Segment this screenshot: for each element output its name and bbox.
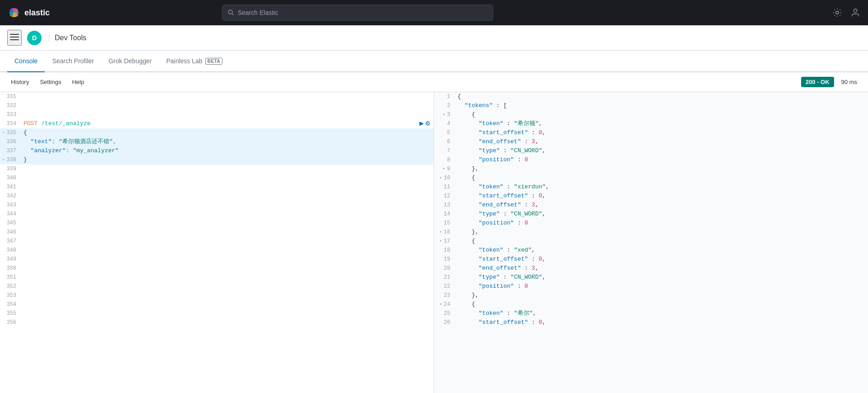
output-panel[interactable]: 1 { 2 "tokens" : [ ▾3 { 4 bbox=[434, 92, 868, 393]
output-line-number: 26 bbox=[434, 318, 456, 327]
output-line-content: "token" : "xed", bbox=[456, 246, 868, 255]
output-line: ▾17 { bbox=[434, 237, 868, 246]
output-line-number: 15 bbox=[434, 219, 456, 228]
editor-line: 354 bbox=[0, 300, 434, 309]
svg-rect-10 bbox=[10, 34, 19, 35]
output-line-number: 23 bbox=[434, 291, 456, 300]
output-line: ▾10 { bbox=[434, 173, 868, 182]
line-number: 356 bbox=[0, 318, 22, 327]
tab-grok-debugger[interactable]: Grok Debugger bbox=[101, 51, 159, 72]
line-number: 348 bbox=[0, 246, 22, 255]
tab-search-profiler[interactable]: Search Profiler bbox=[45, 51, 101, 72]
line-number: 350 bbox=[0, 264, 22, 273]
tab-console[interactable]: Console bbox=[7, 51, 45, 72]
user-avatar[interactable]: D bbox=[27, 31, 42, 45]
fold-arrow[interactable]: ▾ bbox=[442, 112, 446, 117]
output-line-number: ▾10 bbox=[434, 173, 456, 182]
output-line-content: "type" : "CN_WORD", bbox=[456, 273, 868, 282]
fold-arrow[interactable]: ▾ bbox=[439, 176, 443, 180]
output-line-number: 14 bbox=[434, 210, 456, 219]
line-number: 343 bbox=[0, 201, 22, 210]
hamburger-button[interactable] bbox=[7, 30, 22, 46]
output-line-content: "position" : 0 bbox=[456, 219, 868, 228]
output-line: 25 "token" : "希尔", bbox=[434, 309, 868, 318]
search-placeholder: Search Elastic bbox=[238, 9, 278, 16]
output-line: ▾3 { bbox=[434, 110, 868, 119]
help-button[interactable]: Help bbox=[68, 77, 88, 87]
output-line-number: 21 bbox=[434, 273, 456, 282]
output-line-number: 6 bbox=[434, 137, 456, 146]
svg-point-8 bbox=[836, 11, 839, 14]
editor-line: 336 "text": "希尔顿酒店还不错", bbox=[0, 137, 434, 146]
tab-bar: Console Search Profiler Grok Debugger Pa… bbox=[0, 51, 868, 72]
line-number: 344 bbox=[0, 210, 22, 219]
editor-line: 334 POST /test/_analyze ▶ ⚙ bbox=[0, 119, 434, 128]
editor-line: 349 bbox=[0, 255, 434, 264]
output-line-content: }, bbox=[456, 164, 868, 173]
output-line-content: { bbox=[456, 300, 868, 309]
editor-line: 348 bbox=[0, 246, 434, 255]
output-line: 2 "tokens" : [ bbox=[434, 101, 868, 110]
history-button[interactable]: History bbox=[7, 77, 33, 87]
svg-point-9 bbox=[854, 9, 857, 12]
editor-line: 347 bbox=[0, 237, 434, 246]
status-badge: 200 - OK bbox=[801, 77, 834, 87]
line-content: POST /test/_analyze bbox=[22, 119, 420, 128]
output-line: 6 "end_offset" : 3, bbox=[434, 137, 868, 146]
elastic-logo[interactable]: elastic bbox=[7, 6, 50, 19]
editor-line: 341 bbox=[0, 182, 434, 192]
output-line: ▾24 { bbox=[434, 300, 868, 309]
line-number: 333 bbox=[0, 110, 22, 119]
line-number: 347 bbox=[0, 237, 22, 246]
global-search-bar[interactable]: Search Elastic bbox=[222, 5, 493, 21]
output-line-number: ▾9 bbox=[434, 164, 456, 173]
fold-arrow[interactable]: ▾ bbox=[439, 230, 443, 234]
fold-arrow[interactable]: ▾ bbox=[442, 167, 446, 171]
editor-content[interactable]: 331 332 333 334 bbox=[0, 92, 434, 393]
editor-line: 332 bbox=[0, 101, 434, 110]
settings-icon[interactable] bbox=[832, 7, 843, 18]
output-line-content: { bbox=[456, 173, 868, 182]
output-line-number: 7 bbox=[434, 146, 456, 155]
output-line-number: 2 bbox=[434, 101, 456, 110]
fold-arrow[interactable]: ▾ bbox=[1, 158, 5, 162]
output-line-content: "end_offset" : 3, bbox=[456, 201, 868, 210]
editor-line: 346 bbox=[0, 228, 434, 237]
line-number: 340 bbox=[0, 173, 22, 182]
output-line: 12 "start_offset" : 0, bbox=[434, 192, 868, 201]
beta-badge: BETA bbox=[205, 58, 222, 65]
line-number: ▾338 bbox=[0, 155, 22, 164]
elastic-logo-icon bbox=[7, 6, 21, 19]
output-line-content: { bbox=[456, 92, 868, 101]
output-line-number: 18 bbox=[434, 246, 456, 255]
fold-arrow[interactable]: ▾ bbox=[439, 302, 443, 307]
fold-arrow[interactable]: ▾ bbox=[439, 239, 443, 243]
editor-line: 344 bbox=[0, 210, 434, 219]
output-line: 1 { bbox=[434, 92, 868, 101]
output-line: 22 "position" : 0 bbox=[434, 282, 868, 291]
output-line-number: 11 bbox=[434, 182, 456, 192]
editor-line: ▾338 } bbox=[0, 155, 434, 164]
output-line-content: "type" : "CN_WORD", bbox=[456, 210, 868, 219]
tab-painless-lab[interactable]: Painless Lab BETA bbox=[159, 51, 230, 72]
run-button[interactable]: ▶ bbox=[420, 119, 424, 128]
editor-line: 337 "analyzer": "my_analyzer" bbox=[0, 146, 434, 155]
output-line-number: 8 bbox=[434, 155, 456, 164]
settings-button[interactable]: Settings bbox=[36, 77, 65, 87]
editor-line: 345 bbox=[0, 219, 434, 228]
output-line-content: "start_offset" : 0, bbox=[456, 255, 868, 264]
editor-panel[interactable]: 331 332 333 334 bbox=[0, 92, 434, 393]
fold-arrow[interactable]: ▾ bbox=[1, 131, 5, 135]
line-number: 346 bbox=[0, 228, 22, 237]
nav-right-icons bbox=[832, 7, 861, 18]
output-line-content: "position" : 0 bbox=[456, 282, 868, 291]
line-number: 351 bbox=[0, 273, 22, 282]
output-line-content: "type" : "CN_WORD", bbox=[456, 146, 868, 155]
output-line: 20 "end_offset" : 3, bbox=[434, 264, 868, 273]
user-icon[interactable] bbox=[850, 7, 861, 18]
output-line: 7 "type" : "CN_WORD", bbox=[434, 146, 868, 155]
line-number: 341 bbox=[0, 182, 22, 192]
svg-line-7 bbox=[232, 14, 233, 15]
copy-button[interactable]: ⚙ bbox=[425, 119, 430, 128]
output-line: 13 "end_offset" : 3, bbox=[434, 201, 868, 210]
